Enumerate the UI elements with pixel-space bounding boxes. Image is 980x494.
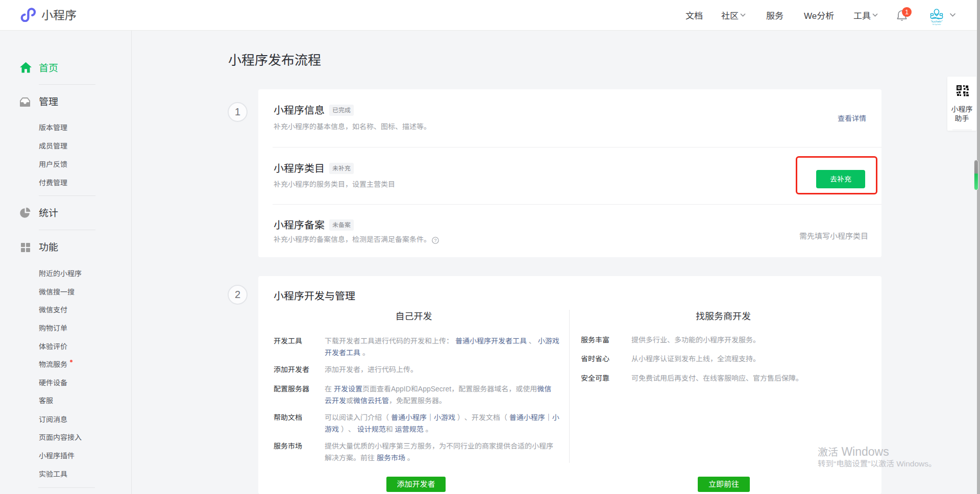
svg-text:"kychakr": "kychakr" [930,20,942,23]
svg-text:?: ? [434,237,436,243]
svg-text:for kychakr: for kychakr [933,23,941,26]
